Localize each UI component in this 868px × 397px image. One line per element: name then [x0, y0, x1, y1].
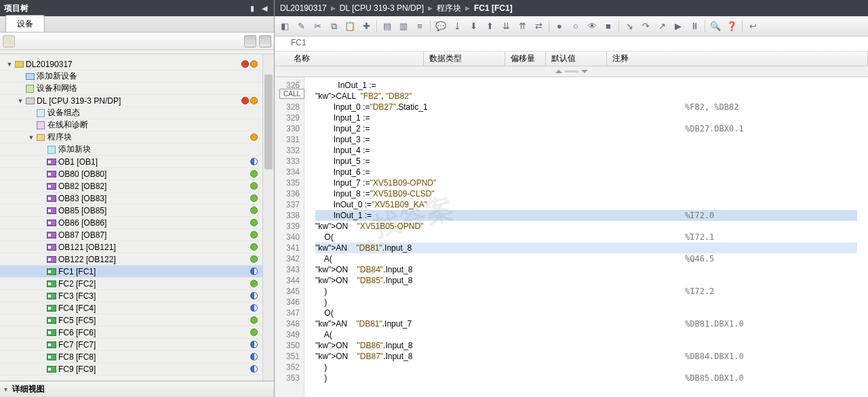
tree-item[interactable]: 添加新块 [0, 144, 274, 156]
expand-arrow-icon[interactable]: ▼ [16, 98, 24, 104]
tree-item[interactable]: FC6 [FC6] [0, 327, 274, 339]
tree-item[interactable]: OB1 [OB1] [0, 156, 274, 168]
step-over-button[interactable]: ↷ [638, 19, 653, 34]
tree-item[interactable]: 设备和网络 [0, 83, 274, 95]
outdent-button[interactable]: ▥ [396, 19, 411, 34]
tree-item[interactable]: OB122 [OB122] [0, 253, 274, 266]
call-pill[interactable]: CALL [279, 89, 304, 99]
iface-col-offset[interactable]: 偏移量 [505, 51, 546, 66]
detail-view-header[interactable]: ▾ 详细视图 [0, 381, 274, 397]
download-all-button[interactable]: ⇊ [498, 19, 513, 34]
tree-tool-1-icon[interactable] [244, 35, 256, 47]
copy-button[interactable]: ⧉ [326, 19, 341, 34]
compare-button[interactable]: ⇄ [531, 19, 546, 34]
download-button[interactable]: ⬇ [466, 19, 481, 34]
devices-tab[interactable]: 设备 [5, 15, 45, 32]
code-line[interactable]: "kw">ON "DB86".Input_8 [315, 340, 857, 351]
source-area[interactable]: 找答案 InOut_1 :=%FB2, %DB82 "kw">CALL "FB2… [304, 77, 868, 397]
iface-col-name[interactable]: 名称 [288, 51, 424, 66]
go-online-button[interactable]: ● [552, 19, 567, 34]
cut-button[interactable]: ✂ [310, 19, 325, 34]
compile-button[interactable]: ⤓ [450, 19, 465, 34]
code-line[interactable]: Input_4 := [315, 145, 857, 156]
stop-button[interactable]: ■ [601, 19, 616, 34]
code-line[interactable]: "kw">AN "DB81".Input_8 [315, 243, 857, 253]
code-line[interactable]: Input_6 := [315, 167, 857, 177]
indent-button[interactable]: ▤ [380, 19, 395, 34]
comment-button[interactable]: 💬 [433, 19, 448, 34]
code-line[interactable]: O( [315, 308, 857, 318]
collapse-left-icon[interactable]: ◀ [259, 3, 270, 14]
paste-button[interactable]: 📋 [342, 19, 357, 34]
tree-item[interactable]: OB86 [OB86] [0, 217, 274, 229]
step-out-button[interactable]: ↗ [654, 19, 669, 34]
breadcrumb-segment[interactable]: DL20190317 [280, 3, 327, 13]
diff-button[interactable]: ◧ [277, 19, 292, 34]
status-dots [250, 316, 258, 324]
code-line[interactable]: InOut_0 :="XV51B09_KA" [315, 199, 857, 210]
run-button[interactable]: ▶ [671, 19, 686, 34]
code-line[interactable]: Input_5 := [315, 156, 857, 167]
tree-item[interactable]: FC1 [FC1] [0, 266, 274, 278]
tree-item[interactable]: 添加新设备 [0, 70, 274, 83]
code-line[interactable]: ) [315, 362, 857, 373]
iface-col-default[interactable]: 默认值 [546, 51, 607, 66]
iface-col-comment[interactable]: 注释 [607, 51, 868, 66]
tree-expand-icon[interactable] [3, 35, 15, 47]
upload-button[interactable]: ⬆ [482, 19, 497, 34]
monitor-button[interactable]: 👁 [585, 19, 599, 34]
halt-button[interactable]: ⏸ [687, 19, 702, 34]
expand-arrow-icon[interactable]: ▼ [27, 134, 35, 141]
code-line[interactable]: Input_7 :="XV51B09-OPND" [315, 177, 857, 188]
tree-item[interactable]: FC7 [FC7] [0, 339, 274, 351]
tree-item[interactable]: OB80 [OB80] [0, 168, 274, 180]
tree-item[interactable]: ▼DL20190317 [0, 58, 274, 70]
iface-col-type[interactable]: 数据类型 [424, 51, 505, 66]
tree-scrollbar[interactable] [262, 54, 274, 381]
code-line[interactable]: Input_3 := [315, 134, 857, 145]
tree-tool-2-icon[interactable] [259, 35, 271, 47]
tree-item[interactable]: OB85 [OB85] [0, 205, 274, 217]
tree-item[interactable]: ▼DL [CPU 319-3 PN/DP] [0, 95, 274, 107]
tree-item[interactable]: FC2 [FC2] [0, 278, 274, 290]
code-line[interactable]: Input_8 :="XV51B09-CLSD" [315, 188, 857, 199]
tree-item[interactable]: FC3 [FC3] [0, 290, 274, 302]
code-editor[interactable]: 3263273283293303313323333343353363373383… [275, 77, 868, 397]
tree-item[interactable]: FC5 [FC5] [0, 314, 274, 327]
tree-item[interactable]: OB83 [OB83] [0, 192, 274, 205]
tree-item[interactable]: FC9 [FC9] [0, 363, 274, 375]
code-line[interactable]: InOut_1 := [315, 80, 857, 91]
go-offline-button[interactable]: ○ [568, 19, 583, 34]
code-line[interactable]: "kw">ON "DB85".Input_8 [315, 275, 857, 286]
tree-item[interactable]: FC8 [FC8] [0, 351, 274, 363]
splitter[interactable] [275, 66, 868, 77]
expand-arrow-icon[interactable]: ▼ [5, 61, 14, 68]
editor-toolbar: ◧✎✂⧉📋✚▤▥≡💬⤓⬇⬆⇊⇈⇄●○👁■↘↷↗▶⏸🔍❓↩ [275, 16, 868, 37]
breadcrumb-segment[interactable]: 程序块 [437, 3, 461, 14]
code-line[interactable]: A( [315, 329, 857, 340]
step-into-button[interactable]: ↘ [622, 19, 637, 34]
tree-item[interactable]: OB82 [OB82] [0, 180, 274, 192]
help-button[interactable]: ❓ [724, 19, 739, 34]
tree-item[interactable]: OB121 [OB121] [0, 241, 274, 253]
code-line[interactable]: Input_1 := [315, 112, 857, 123]
find-button[interactable]: 🔍 [708, 19, 723, 34]
list-button[interactable]: ≡ [412, 19, 427, 34]
breadcrumb-segment[interactable]: DL [CPU 319-3 PN/DP] [340, 3, 424, 13]
tree-item[interactable]: FC4 [FC4] [0, 302, 274, 314]
tree-item[interactable]: 在线和诊断 [0, 119, 274, 131]
edit-button[interactable]: ✎ [294, 19, 309, 34]
upload-all-button[interactable]: ⇈ [515, 19, 530, 34]
tree-item[interactable]: 设备组态 [0, 107, 274, 119]
tree-item[interactable]: OB87 [OB87] [0, 229, 274, 241]
code-line[interactable]: "kw">CALL "FB2", "DB82" [315, 91, 857, 102]
new-button[interactable]: ✚ [359, 19, 374, 34]
pin-icon[interactable]: ▮ [247, 3, 258, 14]
code-line[interactable]: "kw">ON "DB84".Input_8 [315, 264, 857, 275]
code-line[interactable]: "kw">ON "XV51B05-OPND" [315, 221, 857, 232]
status-dots [250, 268, 258, 275]
tree-item[interactable]: ▼程序块 [0, 131, 274, 144]
code-line[interactable]: ) [315, 297, 857, 308]
wrap-button[interactable]: ↩ [745, 19, 760, 34]
breadcrumb-segment[interactable]: FC1 [FC1] [474, 3, 513, 13]
